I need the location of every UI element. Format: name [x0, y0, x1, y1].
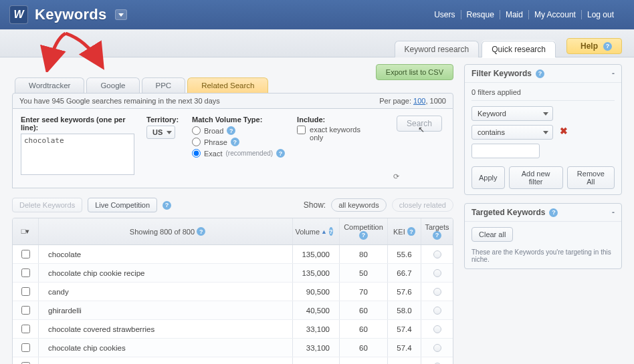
row-checkbox[interactable]	[21, 268, 30, 277]
loading-icon: ⟳	[393, 172, 399, 181]
nav-maid[interactable]: Maid	[500, 10, 528, 19]
col-select-all[interactable]: □▾	[13, 218, 38, 244]
seed-label: Enter seed keywords (one per line):	[21, 116, 134, 132]
nav-users[interactable]: Users	[429, 10, 460, 19]
row-keyword[interactable]: candy	[38, 283, 292, 301]
cursor-icon: ↖	[418, 125, 425, 134]
row-volume: 40,500	[292, 301, 339, 319]
col-volume-header[interactable]: Volume	[295, 228, 320, 236]
collapse-icon[interactable]: -	[612, 208, 615, 217]
row-competition: 70	[339, 283, 387, 301]
filter-field-select[interactable]: Keyword	[471, 106, 553, 121]
row-keyword[interactable]: chocolate cake recipe	[38, 357, 292, 364]
tab-ppc[interactable]: PPC	[142, 77, 186, 93]
filter-title: Filter Keywords	[471, 69, 532, 78]
include-exact-label: exact keywords only	[310, 126, 370, 142]
perpage-100[interactable]: 100	[413, 97, 425, 105]
row-checkbox[interactable]	[21, 325, 30, 333]
help-button[interactable]: Help ?	[566, 38, 622, 54]
help-icon[interactable]: ?	[197, 227, 205, 236]
help-icon[interactable]: ?	[433, 231, 441, 240]
help-icon[interactable]: ?	[329, 227, 333, 236]
filter-apply-button[interactable]: Apply	[471, 166, 505, 189]
row-competition: 60	[339, 357, 387, 364]
col-targets-header[interactable]: Targets	[425, 223, 449, 231]
help-icon[interactable]: ?	[407, 227, 415, 236]
row-checkbox[interactable]	[21, 343, 30, 352]
chevron-down-icon	[543, 112, 548, 116]
perpage-label: Per page:	[379, 97, 411, 105]
filter-value-input[interactable]	[471, 144, 540, 158]
row-keyword[interactable]: chocolate chip cookies	[38, 339, 292, 357]
row-kei: 58.0	[387, 301, 421, 319]
row-checkbox[interactable]	[21, 250, 30, 258]
show-all-keywords[interactable]: all keywords	[331, 198, 387, 212]
help-icon[interactable]: ?	[231, 138, 239, 146]
targeted-clear-button[interactable]: Clear all	[471, 227, 513, 242]
filter-remove-all-button[interactable]: Remove All	[567, 166, 615, 189]
territory-select[interactable]: US	[146, 126, 175, 139]
match-label: Match Volume Type:	[192, 116, 285, 124]
help-icon[interactable]: ?	[536, 69, 544, 78]
chevron-down-icon	[543, 131, 548, 134]
row-volume: 33,100	[292, 339, 339, 357]
nav-logout[interactable]: Log out	[581, 10, 619, 19]
territory-value: US	[152, 128, 163, 136]
row-checkbox[interactable]	[21, 306, 30, 315]
help-label: Help	[580, 41, 598, 51]
match-exact-radio[interactable]	[192, 149, 201, 158]
tab-keyword-research[interactable]: Keyword research	[395, 41, 480, 57]
row-volume: 33,100	[292, 320, 339, 338]
tab-related-search[interactable]: Related Search	[187, 77, 268, 93]
target-toggle[interactable]	[433, 307, 441, 315]
delete-keywords-button[interactable]: Delete Keywords	[12, 198, 82, 212]
seed-input[interactable]	[21, 134, 134, 175]
help-icon[interactable]: ?	[227, 126, 235, 135]
match-phrase-label: Phrase	[204, 138, 227, 146]
target-toggle[interactable]	[433, 344, 441, 352]
filter-add-button[interactable]: Add new filter	[509, 166, 563, 189]
match-broad-label: Broad	[204, 127, 223, 135]
target-toggle[interactable]	[433, 250, 441, 258]
perpage-1000[interactable]: 1000	[430, 97, 446, 105]
row-keyword[interactable]: chocolate chip cookie recipe	[38, 264, 292, 282]
help-icon[interactable]: ?	[549, 208, 558, 217]
col-competition-header[interactable]: Competition	[344, 223, 383, 231]
include-exact-checkbox[interactable]	[297, 126, 306, 134]
filter-op-select[interactable]: contains	[471, 125, 553, 140]
tab-quick-research[interactable]: Quick research	[482, 41, 556, 57]
match-recommended: (recommended)	[226, 150, 274, 157]
nav-my-account[interactable]: My Account	[528, 10, 581, 19]
help-icon[interactable]: ?	[359, 231, 368, 240]
target-toggle[interactable]	[433, 288, 441, 296]
help-icon[interactable]: ?	[276, 149, 285, 158]
help-icon: ?	[603, 42, 612, 51]
targeted-note: These are the Keywords you're targeting …	[471, 248, 615, 263]
actions-row: Delete Keywords Live Competition ? Show:…	[12, 198, 453, 212]
row-competition: 50	[339, 264, 387, 282]
target-toggle[interactable]	[433, 325, 441, 333]
remove-filter-icon[interactable]: ✖	[560, 126, 568, 136]
col-kei-header[interactable]: KEI	[393, 228, 405, 236]
chevron-down-icon	[167, 131, 172, 134]
table-header: □▾ Showing 800 of 800 ? Volume▲ ? Compet…	[13, 218, 453, 245]
tab-wordtracker[interactable]: Wordtracker	[15, 77, 84, 93]
sort-desc-icon: ▲	[321, 228, 327, 235]
row-volume: 33,100	[292, 357, 339, 364]
row-keyword[interactable]: ghirardelli	[38, 301, 292, 319]
match-phrase-radio[interactable]	[192, 138, 201, 146]
show-closely-related[interactable]: closely related	[392, 198, 453, 212]
live-competition-button[interactable]: Live Competition	[88, 198, 157, 212]
chevron-down-icon	[118, 13, 124, 17]
row-checkbox[interactable]	[21, 287, 30, 296]
filter-keywords-box: Filter Keywords ? - 0 filters applied Ke…	[464, 64, 622, 195]
help-icon[interactable]: ?	[163, 201, 171, 210]
match-broad-radio[interactable]	[192, 126, 201, 135]
nav-resque[interactable]: Resque	[461, 10, 500, 19]
tab-google[interactable]: Google	[86, 77, 139, 93]
app-menu-toggle[interactable]	[115, 9, 127, 20]
target-toggle[interactable]	[433, 269, 441, 277]
row-keyword[interactable]: chocolate	[38, 245, 292, 263]
collapse-icon[interactable]: -	[612, 69, 615, 78]
row-keyword[interactable]: chocolate covered strawberries	[38, 320, 292, 338]
